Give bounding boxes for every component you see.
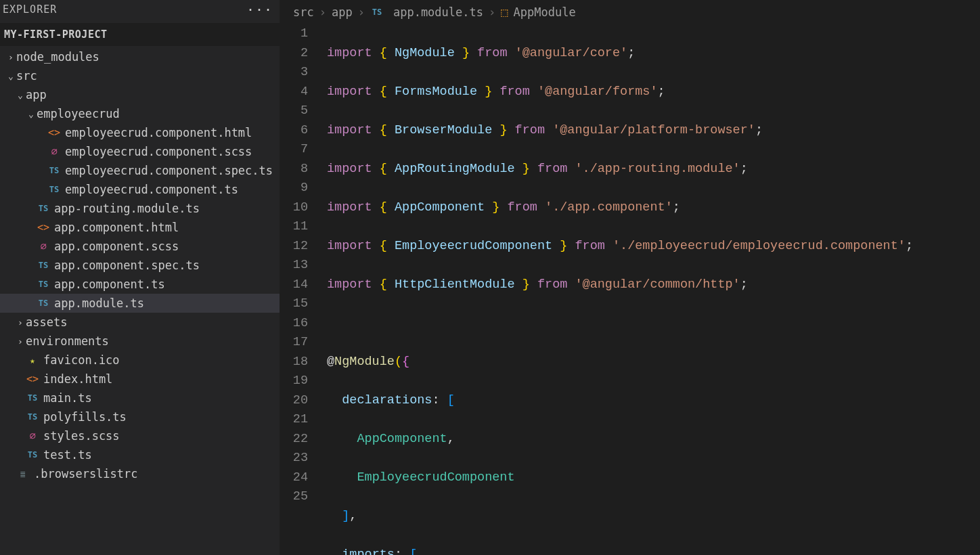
line-gutter: 1234567891011121314151617181920212223242… bbox=[286, 24, 327, 555]
line-number: 12 bbox=[286, 237, 308, 257]
tree-item-label: app.component.spec.ts bbox=[54, 259, 200, 272]
tree-item-label: app.module.ts bbox=[54, 296, 144, 310]
tree-item-label: app bbox=[26, 88, 47, 102]
tree-item-label: employeecrud.component.ts bbox=[65, 183, 238, 196]
project-name[interactable]: MY-FIRST-PROJECT bbox=[0, 23, 280, 46]
ts-file-icon: TS bbox=[37, 204, 50, 213]
tree-item-label: styles.scss bbox=[43, 429, 120, 443]
scss-file-icon: ⌀ bbox=[26, 430, 39, 442]
tree-item[interactable]: TSemployeecrud.component.ts bbox=[0, 180, 280, 199]
breadcrumb-part[interactable]: AppModule bbox=[514, 5, 576, 19]
ts-file-icon: TS bbox=[37, 280, 50, 289]
scss-file-icon: ⌀ bbox=[47, 146, 61, 158]
tree-item-label: app-routing.module.ts bbox=[54, 202, 200, 215]
tree-item-label: index.html bbox=[43, 372, 112, 386]
tree-item[interactable]: TSapp.component.ts bbox=[0, 275, 280, 294]
tree-item[interactable]: ›node_modules bbox=[0, 47, 280, 66]
line-number: 18 bbox=[286, 353, 308, 372]
tree-item[interactable]: ★favicon.ico bbox=[0, 351, 280, 370]
line-number: 14 bbox=[286, 275, 308, 295]
breadcrumb-part[interactable]: src bbox=[293, 5, 314, 19]
ts-file-icon: TS bbox=[26, 450, 39, 460]
html-file-icon: <> bbox=[37, 221, 50, 234]
tree-item-label: .browserslistrc bbox=[34, 467, 138, 481]
tree-item-label: environments bbox=[26, 334, 109, 348]
line-number: 24 bbox=[286, 468, 308, 488]
tree-item[interactable]: ⌀app.component.scss bbox=[0, 237, 280, 256]
tree-item[interactable]: TSemployeecrud.component.spec.ts bbox=[0, 161, 280, 180]
tree-item[interactable]: TSpolyfills.ts bbox=[0, 407, 280, 426]
line-number: 3 bbox=[286, 63, 308, 83]
tree-item-label: app.component.scss bbox=[54, 240, 179, 253]
code-editor[interactable]: 1234567891011121314151617181920212223242… bbox=[280, 24, 980, 555]
line-number: 22 bbox=[286, 430, 308, 449]
chevron-icon: ⌄ bbox=[5, 71, 16, 81]
tree-item[interactable]: TSmain.ts bbox=[0, 388, 280, 407]
html-file-icon: <> bbox=[47, 127, 61, 139]
tree-item-label: employeecrud.component.html bbox=[65, 126, 252, 139]
line-number: 25 bbox=[286, 487, 308, 507]
tree-item-label: favicon.ico bbox=[43, 353, 120, 367]
tree-item[interactable]: TSapp.component.spec.ts bbox=[0, 256, 280, 275]
ts-file-icon: TS bbox=[26, 393, 39, 403]
code-content[interactable]: import { NgModule } from '@angular/core'… bbox=[327, 24, 913, 555]
file-tree: ›node_modules⌄src⌄app⌄employeecrud<>empl… bbox=[0, 46, 280, 483]
chevron-icon: › bbox=[15, 336, 26, 347]
line-number: 16 bbox=[286, 314, 308, 334]
tree-item[interactable]: ⌄app bbox=[0, 85, 280, 104]
tree-item-label: app.component.ts bbox=[54, 278, 165, 291]
tree-item[interactable]: TSapp-routing.module.ts bbox=[0, 199, 280, 218]
chevron-right-icon: › bbox=[319, 5, 326, 19]
line-number: 2 bbox=[286, 44, 308, 64]
breadcrumb[interactable]: src › app › TS app.module.ts › ⬚ AppModu… bbox=[280, 0, 980, 24]
config-file-icon: ≣ bbox=[16, 469, 30, 479]
tree-item[interactable]: <>index.html bbox=[0, 370, 280, 388]
tree-item[interactable]: TSapp.module.ts bbox=[0, 294, 280, 313]
explorer-sidebar: EXPLORER ··· MY-FIRST-PROJECT ›node_modu… bbox=[0, 0, 280, 555]
chevron-icon: ⌄ bbox=[15, 90, 26, 100]
tree-item-label: test.ts bbox=[43, 448, 92, 462]
line-number: 13 bbox=[286, 256, 308, 275]
ts-file-icon: TS bbox=[26, 412, 39, 422]
tree-item-label: app.component.html bbox=[54, 221, 179, 234]
tree-item[interactable]: <>employeecrud.component.html bbox=[0, 123, 280, 142]
breadcrumb-part[interactable]: app.module.ts bbox=[393, 5, 483, 19]
chevron-icon: › bbox=[15, 317, 26, 328]
line-number: 11 bbox=[286, 217, 308, 237]
ts-file-icon: TS bbox=[47, 166, 61, 175]
tree-item[interactable]: ⌄src bbox=[0, 66, 280, 85]
tree-item-label: src bbox=[16, 69, 37, 83]
tree-item[interactable]: ⌄employeecrud bbox=[0, 104, 280, 123]
tree-item[interactable]: ›environments bbox=[0, 332, 280, 351]
tree-item[interactable]: ›assets bbox=[0, 313, 280, 332]
tree-item-label: node_modules bbox=[16, 50, 99, 64]
breadcrumb-part[interactable]: app bbox=[332, 5, 353, 19]
tree-item-label: employeecrud bbox=[37, 107, 120, 120]
editor-area: ⌀styles.scss<>employeecrud.component.htm… bbox=[280, 0, 980, 555]
line-number: 1 bbox=[286, 24, 308, 44]
line-number: 21 bbox=[286, 410, 308, 430]
module-icon: ⬚ bbox=[501, 5, 508, 19]
line-number: 19 bbox=[286, 372, 308, 391]
tree-item[interactable]: ⌀employeecrud.component.scss bbox=[0, 142, 280, 161]
tree-item-label: employeecrud.component.spec.ts bbox=[65, 164, 273, 177]
tree-item[interactable]: ⌀styles.scss bbox=[0, 426, 280, 445]
tree-item[interactable]: TStest.ts bbox=[0, 445, 280, 464]
ts-file-icon: TS bbox=[37, 298, 50, 308]
tree-item[interactable]: <>app.component.html bbox=[0, 218, 280, 237]
chevron-icon: ⌄ bbox=[26, 109, 37, 119]
html-file-icon: <> bbox=[26, 373, 39, 385]
line-number: 8 bbox=[286, 160, 308, 179]
explorer-more-icon[interactable]: ··· bbox=[246, 1, 273, 18]
tree-item[interactable]: ≣.browserslistrc bbox=[0, 464, 280, 483]
line-number: 9 bbox=[286, 179, 308, 198]
line-number: 5 bbox=[286, 102, 308, 121]
scss-file-icon: ⌀ bbox=[37, 240, 50, 252]
ts-file-icon: TS bbox=[47, 185, 61, 194]
line-number: 23 bbox=[286, 449, 308, 468]
tree-item-label: assets bbox=[26, 315, 67, 329]
chevron-icon: › bbox=[5, 52, 16, 62]
line-number: 17 bbox=[286, 333, 308, 353]
explorer-title: EXPLORER bbox=[3, 3, 57, 16]
ts-file-icon: TS bbox=[37, 261, 50, 270]
